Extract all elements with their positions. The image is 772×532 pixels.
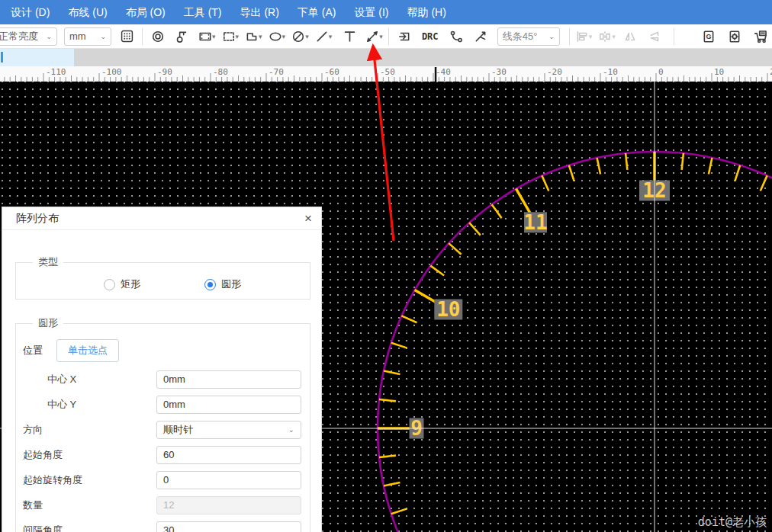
start-angle-label: 起始角度 [23,448,156,462]
line-mode-select[interactable]: 线条45°⌄ [497,27,560,46]
ellipse-tool-button[interactable]: ▾ [269,30,286,43]
circle-section: 圆形 位置 单击选点 中心 X 中心 Y 方向 顺时针 ⌄ 起始角 [15,316,310,532]
menu-settings[interactable]: 设置 (I) [345,0,397,24]
chevron-down-icon: ▾ [282,33,286,40]
flip-horizontal-button[interactable] [620,27,640,46]
toolbar-separator [388,28,389,45]
chevron-down-icon: ⌄ [41,33,52,40]
svg-text:0: 0 [658,67,664,77]
flip-vertical-icon [648,30,661,43]
net-tool-button[interactable] [446,27,466,46]
array-distribution-dialog: 阵列分布 × 类型 矩形 圆形 圆形 位置 单击选点 [2,207,322,532]
chevron-down-icon: ▾ [259,33,262,40]
radio-circle-icon [104,279,115,290]
close-icon[interactable]: × [304,212,312,225]
menu-order[interactable]: 下单 (A) [288,0,346,24]
align-button[interactable]: ▾ [575,30,593,43]
rect-type-radio[interactable]: 矩形 [104,277,140,291]
interval-angle-label: 间隔角度 [23,524,156,532]
grid-icon [121,30,133,43]
selection-region-button[interactable]: ▾ [222,30,240,43]
menu-tools[interactable]: 工具 (T) [175,0,231,24]
type-radio-row: 矩形 圆形 [16,269,310,300]
chevron-down-icon: ▾ [589,33,593,40]
interval-angle-input[interactable] [156,521,301,532]
cart-icon [754,29,768,43]
measure-tool-button[interactable]: ▾ [365,30,383,43]
chevron-down-icon: ⌄ [544,33,555,40]
chevron-down-icon: ⌄ [95,33,106,40]
center-y-input[interactable] [156,396,301,414]
coordinate-file-button[interactable] [725,27,745,46]
svg-text:-40: -40 [436,67,451,77]
direction-row: 方向 顺时针 ⌄ [16,417,310,442]
start-rotation-row: 起始旋转角度 [16,467,310,492]
line-tool-button[interactable]: ▾ [315,30,333,43]
chevron-down-icon: ▾ [212,33,216,40]
brightness-select[interactable]: 正常亮度⌄ [0,27,57,46]
rect-tool-button[interactable]: ▾ [198,30,216,43]
toolbar-separator [142,28,143,45]
menu-routing[interactable]: 布线 (U) [59,0,116,24]
ellipse-icon [269,30,282,43]
direction-select[interactable]: 顺时针 ⌄ [156,421,301,439]
chevron-down-icon: ⌄ [288,425,294,434]
circle-type-radio[interactable]: 圆形 [204,277,241,291]
pad-icon [151,30,165,43]
flip-vertical-button[interactable] [645,27,664,46]
count-row: 数量 [16,492,310,518]
svg-text:10: 10 [714,67,724,77]
pcb-editor-window: 设计 (D) 布线 (U) 布局 (O) 工具 (T) 导出 (R) 下单 (A… [0,0,772,532]
count-label: 数量 [23,498,156,512]
document-tabbar [0,49,772,66]
polygon-tool-button[interactable]: ▾ [245,30,262,43]
distribute-button[interactable]: ▾ [598,30,616,43]
via-tool-button[interactable] [172,27,192,46]
grid-settings-button[interactable] [117,27,137,46]
clock-number[interactable]: 11 [523,211,547,234]
text-tool-button[interactable] [339,27,359,46]
order-cart-button[interactable] [751,27,770,46]
active-document-tab[interactable] [0,49,74,66]
type-section: 类型 矩形 圆形 [15,255,310,300]
unit-select[interactable]: mm⌄ [64,27,111,46]
ruler-scale: -110-100-90-80-70-60-50-40-30-20-1001020 [0,66,772,82]
interval-angle-row: 间隔角度 [16,518,310,532]
chevron-down-icon: ▾ [612,33,616,40]
flip-horizontal-icon [623,30,637,43]
tab-label-fragment [1,52,3,62]
circle-legend: 圆形 [33,316,63,330]
keepout-tool-button[interactable]: ▾ [291,30,309,43]
start-angle-input[interactable] [156,446,301,464]
clock-number[interactable]: 10 [434,298,462,321]
start-rotation-input[interactable] [156,471,301,489]
radio-circle-selected-icon [204,279,216,290]
rect-type-label: 矩形 [121,277,140,291]
watermark-text: doit@老小孩 [698,515,767,530]
start-rotation-label: 起始旋转角度 [23,473,156,487]
menu-export[interactable]: 导出 (R) [231,0,288,24]
import-changes-button[interactable] [394,27,414,46]
menubar: 设计 (D) 布线 (U) 布局 (O) 工具 (T) 导出 (R) 下单 (A… [0,0,772,24]
svg-text:G: G [706,33,711,40]
gerber-export-button[interactable]: G [699,27,719,46]
center-x-input[interactable] [156,370,301,389]
start-angle-row: 起始角度 [16,442,310,467]
dialog-titlebar[interactable]: 阵列分布 × [2,207,321,230]
count-input [156,496,301,514]
drc-button[interactable]: DRC [417,27,443,46]
svg-text:-100: -100 [101,67,122,77]
chevron-down-icon: ▾ [329,33,333,40]
svg-text:-110: -110 [46,67,66,77]
pick-point-button[interactable]: 单击选点 [56,339,119,362]
pad-tool-button[interactable] [148,27,168,46]
svg-text:10: 10 [436,298,460,321]
menu-layout[interactable]: 布局 (O) [117,0,175,24]
direction-label: 方向 [23,423,156,437]
dashed-rect-icon [222,30,236,43]
toolbar-separator [569,28,570,45]
menu-design[interactable]: 设计 (D) [2,0,59,24]
menu-help[interactable]: 帮助 (H) [398,0,455,24]
route-tool-button[interactable] [471,27,491,46]
dialog-title: 阵列分布 [16,212,59,226]
